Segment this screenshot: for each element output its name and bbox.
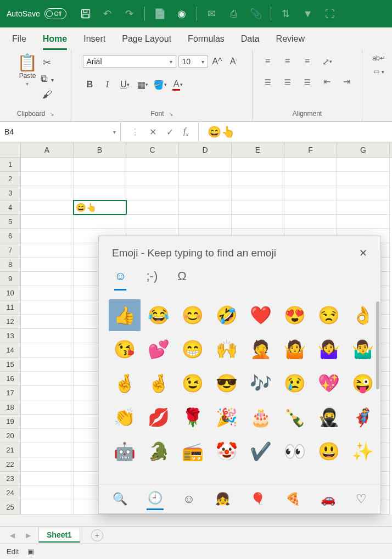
row-header[interactable]: 2 xyxy=(0,172,21,186)
emoji-item[interactable]: 🤣 xyxy=(211,299,243,331)
tab-review[interactable]: Review xyxy=(276,34,305,50)
dialog-launcher-icon[interactable]: ↘ xyxy=(49,111,54,117)
italic-icon[interactable]: I xyxy=(100,77,115,92)
emoji-item[interactable]: 🤷‍♂️ xyxy=(347,333,379,365)
cell[interactable] xyxy=(232,172,284,186)
row-header[interactable]: 22 xyxy=(0,457,21,472)
tab-symbols[interactable]: Ω xyxy=(177,269,186,290)
font-color-icon[interactable]: A ▾ xyxy=(171,77,185,92)
column-header[interactable]: A xyxy=(21,142,74,157)
emoji-item[interactable]: 🦸 xyxy=(347,401,379,433)
emoji-item[interactable]: 😉 xyxy=(177,367,209,399)
emoji-item[interactable]: 💋 xyxy=(143,401,175,433)
emoji-item[interactable]: 💖 xyxy=(313,367,345,399)
tab-page-layout[interactable]: Page Layout xyxy=(122,34,171,50)
cell[interactable] xyxy=(126,172,179,186)
align-bottom-icon[interactable]: ≡ xyxy=(299,54,316,69)
row-header[interactable]: 20 xyxy=(0,429,21,443)
cell[interactable] xyxy=(21,272,74,286)
tab-formulas[interactable]: Formulas xyxy=(188,34,225,50)
emoji-item[interactable]: 👌 xyxy=(347,299,379,331)
cell[interactable] xyxy=(21,186,74,200)
name-box[interactable]: B4 ▾ xyxy=(0,122,121,142)
row-header[interactable]: 11 xyxy=(0,300,21,315)
emoji-item[interactable]: 🤖 xyxy=(109,435,141,467)
nav-next-icon[interactable]: ▶ xyxy=(23,532,34,539)
cell[interactable] xyxy=(284,200,337,215)
cell[interactable] xyxy=(179,186,232,200)
emoji-item[interactable]: 😒 xyxy=(313,299,345,331)
scrollbar[interactable] xyxy=(376,299,379,484)
emoji-item[interactable]: 📻 xyxy=(177,435,209,467)
emoji-item[interactable]: 😂 xyxy=(143,299,175,331)
cell[interactable] xyxy=(284,215,337,229)
select-all-corner[interactable] xyxy=(0,142,21,157)
cell[interactable] xyxy=(337,200,390,215)
cell[interactable] xyxy=(21,457,74,472)
wrap-text-icon[interactable]: ab↵ xyxy=(372,54,385,62)
cell[interactable]: 😄👆 xyxy=(74,200,126,215)
paste-button[interactable]: 📋 Paste ▾ xyxy=(17,54,37,87)
emoji-item[interactable]: 😁 xyxy=(177,333,209,365)
emoji-item[interactable]: 🤷‍♀️ xyxy=(313,333,345,365)
emoji-category[interactable]: 🕘 xyxy=(147,488,164,510)
redo-icon[interactable]: ↷ xyxy=(120,4,139,23)
row-header[interactable]: 18 xyxy=(0,400,21,415)
row-header[interactable]: 24 xyxy=(0,486,21,500)
fill-color-icon[interactable]: 🪣 ▾ xyxy=(153,77,167,92)
cell[interactable] xyxy=(284,186,337,200)
cell[interactable] xyxy=(179,215,232,229)
fx-icon[interactable]: fx xyxy=(183,126,188,137)
align-right-icon[interactable]: ≣ xyxy=(299,74,316,88)
column-header[interactable]: C xyxy=(126,142,179,157)
cell[interactable] xyxy=(74,186,126,200)
emoji-item[interactable]: 😘 xyxy=(109,333,141,365)
emoji-item[interactable]: 💕 xyxy=(143,333,175,365)
emoji-item[interactable]: 🌹 xyxy=(177,401,209,433)
emoji-item[interactable]: ✔️ xyxy=(245,435,277,467)
cell[interactable] xyxy=(21,486,74,500)
emoji-item[interactable]: 😢 xyxy=(279,367,311,399)
emoji-category[interactable]: ☺ xyxy=(182,489,196,510)
cell[interactable] xyxy=(21,315,74,329)
emoji-item[interactable]: 😃 xyxy=(313,435,345,467)
record-icon[interactable]: ◉ xyxy=(172,4,191,23)
emoji-item[interactable]: 🤞 xyxy=(109,367,141,399)
cell[interactable] xyxy=(284,172,337,186)
emoji-item[interactable]: 👍 xyxy=(109,299,141,331)
cell[interactable] xyxy=(232,200,284,215)
row-header[interactable]: 8 xyxy=(0,258,21,272)
align-top-icon[interactable]: ≡ xyxy=(260,54,276,69)
emoji-category[interactable]: 🍕 xyxy=(284,489,301,510)
emoji-category[interactable]: 🔍 xyxy=(111,489,128,510)
cell[interactable] xyxy=(21,229,74,243)
emoji-category[interactable]: 👧 xyxy=(214,489,231,510)
emoji-item[interactable]: 🥷 xyxy=(313,401,345,433)
emoji-item[interactable]: 👀 xyxy=(279,435,311,467)
scrollbar-thumb[interactable] xyxy=(376,301,379,389)
sort-icon[interactable]: ⇅ xyxy=(277,4,295,23)
save-icon[interactable] xyxy=(76,4,95,23)
tab-emoji[interactable]: ☺ xyxy=(114,269,126,290)
row-header[interactable]: 12 xyxy=(0,315,21,329)
bold-icon[interactable]: B xyxy=(83,77,97,92)
close-icon[interactable]: ✕ xyxy=(359,247,367,259)
tab-file[interactable]: File xyxy=(12,34,26,50)
align-center-icon[interactable]: ≣ xyxy=(279,74,296,88)
cell[interactable] xyxy=(179,172,232,186)
cell[interactable] xyxy=(21,258,74,272)
cell[interactable] xyxy=(21,372,74,386)
row-header[interactable]: 21 xyxy=(0,443,21,457)
row-header[interactable]: 25 xyxy=(0,500,21,515)
column-header[interactable]: E xyxy=(232,142,284,157)
cell[interactable] xyxy=(21,386,74,400)
increase-indent-icon[interactable]: ⇥ xyxy=(339,74,355,88)
pdf-icon[interactable]: ⎙ xyxy=(225,4,243,23)
column-header[interactable]: D xyxy=(179,142,232,157)
cell[interactable] xyxy=(21,472,74,486)
emoji-item[interactable]: 🙌 xyxy=(211,333,243,365)
add-sheet-icon[interactable]: + xyxy=(91,529,103,541)
align-middle-icon[interactable]: ≡ xyxy=(279,54,296,69)
cell[interactable] xyxy=(179,200,232,215)
cell[interactable] xyxy=(21,286,74,300)
